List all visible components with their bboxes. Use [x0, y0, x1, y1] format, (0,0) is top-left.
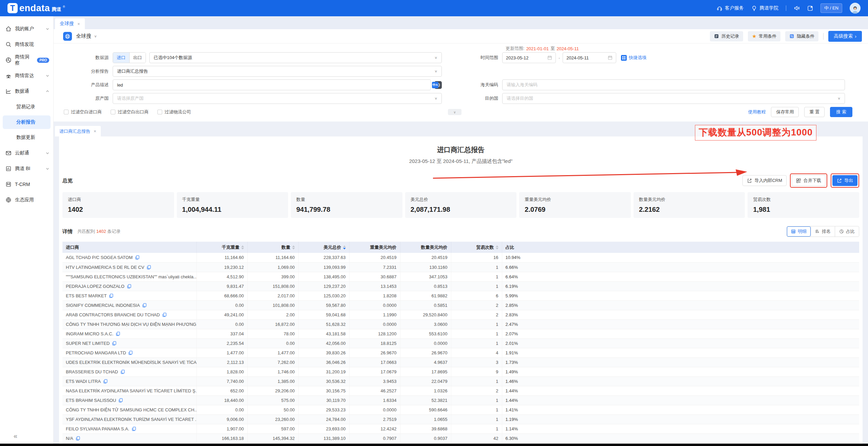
copy-icon[interactable]	[142, 303, 147, 308]
collapse-form-button[interactable]: ∨	[448, 109, 461, 115]
copy-icon[interactable]	[116, 332, 120, 336]
dest-country-select[interactable]: 请选择目的国 ∨	[502, 93, 845, 104]
table-row[interactable]: SUPER NET LIMITED2,235.540.0042,056.0018…	[62, 338, 859, 348]
copy-icon[interactable]	[103, 379, 108, 384]
sidebar-item-4[interactable]: 数据通	[0, 83, 53, 99]
sort-carets-icon[interactable]	[343, 245, 346, 249]
copy-icon[interactable]	[147, 265, 151, 270]
export-button[interactable]: 导出	[832, 175, 857, 186]
sort-carets-icon[interactable]	[292, 245, 295, 249]
cell-value: 59,041.68	[298, 310, 349, 319]
advanced-search-button[interactable]: 高级搜索 ›	[828, 31, 862, 42]
copy-icon[interactable]	[135, 255, 139, 260]
sidebar-item-1[interactable]: 商情发现	[0, 37, 53, 52]
customer-service-link[interactable]: 客户服务	[717, 5, 744, 11]
sidebar-item-8[interactable]: 云邮通	[0, 145, 53, 161]
filter-blank-exporter-checkbox[interactable]: 过滤空白出口商	[111, 109, 149, 115]
sidebar-item-7[interactable]: 数据更新	[0, 130, 53, 145]
copy-icon[interactable]	[127, 284, 131, 289]
sidebar-item-11[interactable]: 生态应用	[0, 192, 53, 208]
column-header-2[interactable]: 数量	[247, 242, 298, 253]
history-button[interactable]: 历史记录	[710, 31, 743, 41]
close-icon[interactable]: ×	[77, 21, 80, 26]
language-toggle[interactable]: 中 / EN	[820, 3, 842, 13]
sort-carets-icon[interactable]	[241, 245, 244, 249]
sidebar-item-2[interactable]: 商情洞察PRO	[0, 52, 53, 68]
close-icon[interactable]: ×	[94, 129, 96, 134]
table-row[interactable]: ETS BEST MARKET68,666.002,017.00125,030.…	[62, 291, 859, 300]
copy-icon[interactable]	[162, 313, 167, 317]
filter-logistics-checkbox[interactable]: 过滤物流公司	[157, 109, 191, 115]
cell-value: 0.00	[196, 300, 247, 310]
sidebar-item-5[interactable]: 贸易记录	[0, 99, 53, 115]
sort-carets-icon[interactable]	[496, 245, 498, 249]
tab-global-search[interactable]: 全球搜 ×	[55, 18, 85, 29]
column-header-3[interactable]: 美元总价	[298, 242, 349, 253]
table-row[interactable]: INGRAM MICRO S.A.C.337.0478.0043,181.581…	[62, 329, 859, 338]
table-row[interactable]: AGL TCHAD P/C SOGEA SATOM11,164.6011,164…	[62, 253, 859, 262]
chevron-down-icon[interactable]: ∨	[94, 34, 97, 38]
cell-value: 16,872.00	[247, 319, 298, 329]
table-row[interactable]: ETS WADI LITRA7,740.001,385.0030,536.323…	[62, 376, 859, 386]
copy-icon[interactable]	[128, 351, 133, 355]
table-row[interactable]: PETROCHAD MANGARA LTD1,477.001,477.0039,…	[62, 348, 859, 357]
date-to-input[interactable]: 2024-05-11	[563, 52, 616, 63]
tab-importer-report[interactable]: 进口商汇总报告 ×	[55, 126, 101, 136]
copy-icon[interactable]	[112, 341, 116, 346]
sidebar-item-10[interactable]: T-CRM	[0, 176, 53, 192]
tutorial-link[interactable]: 使用教程	[748, 109, 766, 115]
save-conditions-button[interactable]: 保存常用	[771, 107, 799, 117]
hide-conditions-button[interactable]: 隐藏条件	[785, 31, 818, 41]
table-row[interactable]: N/A166,163.18145,394.32131,389.100.79070…	[62, 433, 859, 443]
translate-icon[interactable]: 中A	[432, 82, 438, 88]
hs-code-input[interactable]: 请输入海关编码	[502, 79, 845, 90]
announcement-icon[interactable]	[794, 5, 800, 11]
table-row[interactable]: SIGNIFY COMMERCIAL INDONESIA0.00101,808.…	[62, 300, 859, 310]
fullscreen-icon[interactable]	[807, 5, 813, 11]
table-row[interactable]: BRASSERIES DU TCHAD1,828.001,746.0031,20…	[62, 367, 859, 376]
table-row[interactable]: FEILO SYLVANIA PANAMA S.A.1,907.00597.00…	[62, 424, 859, 433]
filter-blank-importer-checkbox[interactable]: 过滤空白进口商	[64, 109, 102, 115]
import-toggle[interactable]: 进口	[113, 53, 129, 63]
date-from-input[interactable]: 2023-05-12	[502, 52, 556, 63]
reset-button[interactable]: 重 置	[804, 107, 825, 117]
table-row[interactable]: CÔNG TY TNHH ĐIỆN TỬ SAMSUNG HCMC CE COM…	[62, 405, 859, 414]
table-row[interactable]: NASA ELEKTRİK AYDINLATMA SANAYİ VE TİCAR…	[62, 386, 859, 395]
sidebar-item-9[interactable]: 腾道 BI	[0, 161, 53, 176]
export-toggle[interactable]: 出口	[129, 53, 146, 63]
merge-download-button[interactable]: 合并下载	[792, 175, 826, 186]
table-row[interactable]: ARAB CONTRACTORS BRANCHE DU TCHAD49,241.…	[62, 310, 859, 319]
table-row[interactable]: CÔNG TY TNHH THƯƠNG MẠI DỊCH VỤ ĐIỆN MẠN…	[62, 319, 859, 329]
copy-icon[interactable]	[76, 436, 80, 441]
datasource-select[interactable]: 已选中104个数据源 ∨	[149, 52, 442, 63]
product-desc-input[interactable]: led	[113, 79, 431, 90]
table-row[interactable]: UDES ELEKTRİK ELEKTRONİK MÜHENDİSLİK SAN…	[62, 357, 859, 367]
view-share-button[interactable]: 占比	[835, 226, 859, 237]
academy-link[interactable]: 腾道学院	[751, 5, 778, 11]
view-detail-button[interactable]: 明细	[787, 226, 811, 237]
table-row[interactable]: HTV LATINOAMERICA S DE RL DE CV19,230.12…	[62, 262, 859, 272]
sidebar-item-6[interactable]: 分析报告	[3, 115, 51, 129]
sidebar-item-3[interactable]: 商情雷达	[0, 68, 53, 83]
table-row[interactable]: """SAMSUNG ELECTRONICS UZBEKISTAN"" mas`…	[62, 272, 859, 281]
view-rank-button[interactable]: 排名	[811, 226, 835, 237]
table-row[interactable]: YSF AYDINLATMA ELEKTRONİK TURİZM SANAYİ …	[62, 414, 859, 424]
origin-country-select[interactable]: 请选择原产国 ∨	[113, 93, 442, 104]
quick-options-link[interactable]: 快捷选项	[629, 55, 646, 61]
favorite-conditions-button[interactable]: ★ 常用条件	[748, 31, 780, 41]
copy-icon[interactable]	[120, 370, 125, 374]
stat-label: 数量美元均价	[639, 197, 740, 203]
sidebar-collapse-button[interactable]: «	[0, 427, 53, 446]
copy-icon[interactable]	[132, 427, 136, 431]
import-to-crm-button[interactable]: 导入内部CRM	[742, 175, 787, 186]
copy-icon[interactable]	[109, 294, 113, 298]
table-row[interactable]: PEDRAJA LOPEZ GONZALO9,831.47151,808.001…	[62, 281, 859, 291]
column-header-6[interactable]: 贸易次数	[451, 242, 502, 253]
copy-icon[interactable]	[118, 398, 123, 403]
user-avatar[interactable]	[850, 3, 861, 14]
table-row[interactable]: ETS BRAHIM SALISSOU18,440.00575.0030,119…	[62, 395, 859, 405]
search-button[interactable]: 搜 索	[830, 107, 852, 117]
column-header-1[interactable]: 千克重量	[196, 242, 247, 253]
report-type-select[interactable]: 进口商汇总报告 ∨	[113, 66, 442, 77]
sidebar-item-0[interactable]: 我的账户	[0, 21, 53, 37]
